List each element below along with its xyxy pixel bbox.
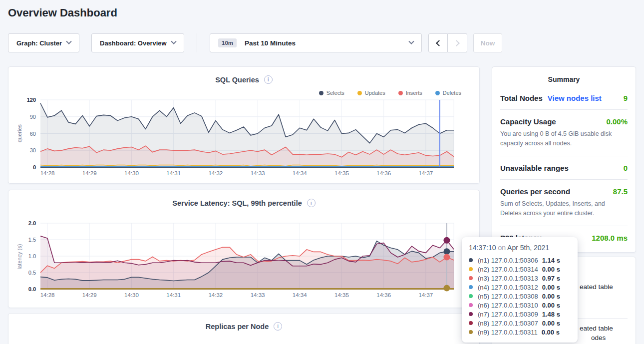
chart-tooltip: 14:37:10 on Apr 5th, 2021 (n1) 127.0.0.1…	[462, 237, 578, 343]
tooltip-node-value: 0.00 s	[542, 329, 560, 336]
chart-title: Service Latency: SQL, 99th percentile	[172, 199, 302, 207]
summary-value: 9	[624, 94, 628, 102]
svg-text:14:35: 14:35	[334, 292, 349, 298]
tooltip-node-address: (n7) 127.0.0.1:50309	[478, 311, 538, 318]
svg-text:14:32: 14:32	[208, 170, 223, 176]
summary-title: Summary	[500, 67, 628, 86]
svg-text:14:37: 14:37	[418, 292, 433, 298]
svg-text:14:35: 14:35	[334, 170, 349, 176]
summary-value: 0.00%	[606, 117, 628, 126]
svg-text:14:36: 14:36	[376, 170, 391, 176]
dashboard-dropdown[interactable]: Dashboard: Overview	[91, 33, 184, 52]
service-latency-chart[interactable]: 14:2814:2914:3014:3114:3214:3314:3414:35…	[8, 218, 473, 308]
tooltip-row: (n1) 127.0.0.1:503061.14 s	[469, 256, 571, 265]
node-color-dot-icon	[469, 321, 473, 325]
svg-text:0.0: 0.0	[28, 286, 36, 292]
tooltip-node-address: (n5) 127.0.0.1:50308	[478, 293, 538, 300]
summary-card: Summary Total NodesView nodes list9Capac…	[492, 66, 636, 253]
svg-text:14:31: 14:31	[166, 292, 181, 298]
replicas-per-node-panel: Replicas per Node i	[8, 313, 480, 344]
chevron-right-icon	[453, 40, 460, 46]
tooltip-node-value: 0.97 s	[542, 275, 560, 282]
node-color-dot-icon	[469, 303, 473, 307]
svg-text:60: 60	[30, 131, 36, 137]
panel-title-row: SQL Queries i	[8, 67, 479, 84]
svg-text:14:32: 14:32	[208, 292, 223, 298]
time-range-selector[interactable]: 10m Past 10 Minutes	[210, 33, 422, 52]
time-range-label: Past 10 Minutes	[245, 39, 296, 47]
tooltip-node-address: (n4) 127.0.0.1:50312	[478, 284, 538, 291]
node-color-dot-icon	[469, 258, 473, 262]
tooltip-node-value: 0.00 s	[542, 320, 560, 327]
svg-text:1.5: 1.5	[28, 237, 36, 243]
svg-text:14:34: 14:34	[293, 170, 307, 176]
chevron-down-icon	[66, 39, 71, 44]
tooltip-node-address: (n6) 127.0.0.1:50310	[478, 302, 538, 309]
sql-queries-panel: SQL Queries i SelectsUpdatesInsertsDelet…	[8, 66, 480, 184]
tooltip-node-address: (n1) 127.0.0.1:50306	[478, 257, 538, 264]
summary-row: Unavailable ranges0	[500, 156, 628, 179]
tooltip-node-value: 0.00 s	[542, 302, 560, 309]
tooltip-node-address: (n3) 127.0.0.1:50313	[478, 275, 538, 282]
toolbar: Graph: Cluster Dashboard: Overview 10m P…	[8, 33, 636, 52]
svg-text:120: 120	[27, 97, 36, 103]
tooltip-node-value: 1.48 s	[542, 311, 560, 318]
tooltip-rows: (n1) 127.0.0.1:503061.14 s(n2) 127.0.0.1…	[469, 256, 571, 337]
node-color-dot-icon	[469, 294, 473, 298]
panel-title-row: Service Latency: SQL, 99th percentile i	[8, 190, 479, 207]
tooltip-node-value: 0.00 s	[542, 266, 560, 273]
svg-text:14:34: 14:34	[293, 292, 307, 298]
charts-column: SQL Queries i SelectsUpdatesInsertsDelet…	[8, 66, 480, 344]
summary-label: Total Nodes	[500, 94, 543, 102]
svg-text:0: 0	[33, 164, 36, 170]
tooltip-date-connector: on	[498, 244, 506, 252]
time-forward-button[interactable]	[448, 33, 467, 52]
svg-text:2.0: 2.0	[28, 220, 36, 226]
view-nodes-list-link[interactable]: View nodes list	[548, 94, 602, 102]
svg-text:14:30: 14:30	[124, 292, 139, 298]
summary-value: 1208.0 ms	[592, 234, 628, 242]
chart-title: SQL Queries	[215, 76, 259, 84]
sql-queries-chart[interactable]: 14:2814:2914:3014:3114:3214:3314:3414:35…	[8, 95, 473, 185]
node-color-dot-icon	[469, 276, 473, 280]
summary-row: Queries per second87.5Sum of Selects, Up…	[500, 180, 628, 226]
tooltip-header: 14:37:10 on Apr 5th, 2021	[469, 244, 571, 252]
svg-text:14:29: 14:29	[82, 170, 97, 176]
svg-text:14:28: 14:28	[40, 170, 55, 176]
svg-text:14:29: 14:29	[82, 292, 97, 298]
graph-dropdown[interactable]: Graph: Cluster	[8, 33, 79, 52]
event-text-fragment: odes	[591, 334, 606, 342]
summary-description: You are using 0 B of 4.5 GiB usable disk…	[500, 129, 628, 149]
svg-text:1.0: 1.0	[28, 253, 36, 259]
chevron-left-icon	[436, 40, 442, 46]
tooltip-row: (n4) 127.0.0.1:503120.00 s	[469, 283, 571, 292]
toolbar-divider	[197, 33, 197, 52]
svg-text:14:28: 14:28	[40, 292, 55, 298]
svg-text:14:37: 14:37	[418, 170, 433, 176]
graph-dropdown-label: Graph: Cluster	[16, 39, 62, 47]
tooltip-node-address: (n2) 127.0.0.1:50314	[478, 266, 538, 273]
tooltip-row: (n2) 127.0.0.1:503140.00 s	[469, 265, 571, 274]
now-button[interactable]: Now	[473, 33, 502, 52]
tooltip-row: (n6) 127.0.0.1:503100.00 s	[469, 301, 571, 310]
node-color-dot-icon	[469, 285, 473, 289]
tooltip-node-value: 1.14 s	[542, 257, 560, 264]
time-back-button[interactable]	[428, 33, 448, 52]
tooltip-row: (n8) 127.0.0.1:503070.00 s	[469, 319, 571, 328]
time-range-badge: 10m	[218, 38, 237, 47]
info-icon[interactable]: i	[274, 322, 282, 331]
tooltip-date: Apr 5th, 2021	[507, 244, 549, 252]
tooltip-node-address: (n8) 127.0.0.1:50307	[478, 320, 538, 327]
summary-label: Capacity Usage	[500, 117, 556, 126]
svg-text:90: 90	[30, 114, 36, 120]
dashboard-dropdown-label: Dashboard: Overview	[100, 39, 167, 47]
service-latency-panel: Service Latency: SQL, 99th percentile i …	[8, 190, 480, 308]
svg-text:14:30: 14:30	[124, 170, 139, 176]
chevron-down-icon	[408, 39, 414, 44]
svg-text:14:31: 14:31	[166, 170, 181, 176]
svg-text:14:36: 14:36	[376, 292, 391, 298]
page-title: Overview Dashboard	[0, 0, 644, 19]
summary-rows: Total NodesView nodes list9Capacity Usag…	[500, 86, 628, 249]
info-icon[interactable]: i	[264, 75, 273, 84]
info-icon[interactable]: i	[307, 199, 316, 207]
